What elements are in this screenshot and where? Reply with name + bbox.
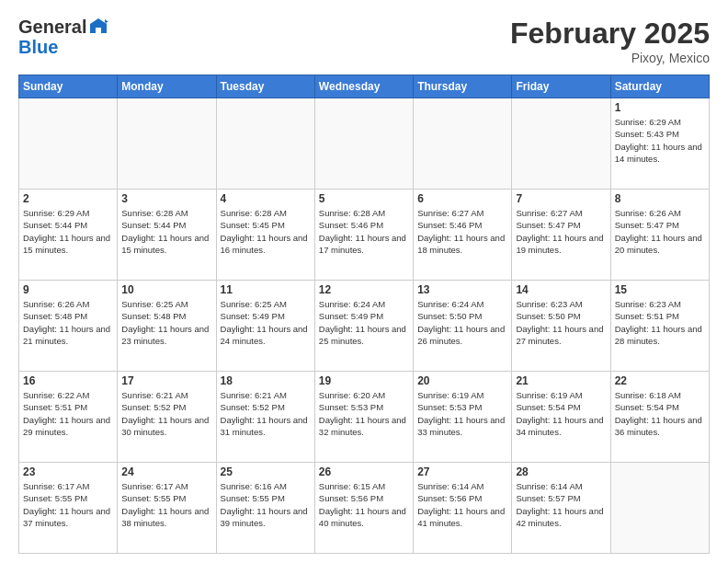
day-number: 2 [23,192,113,205]
day-info: Sunrise: 6:26 AM Sunset: 5:47 PM Dayligh… [615,207,705,256]
day-number: 8 [615,192,705,205]
table-row: 1Sunrise: 6:29 AM Sunset: 5:43 PM Daylig… [610,98,709,190]
table-row: 3Sunrise: 6:28 AM Sunset: 5:44 PM Daylig… [118,190,216,281]
col-sunday: Sunday [19,75,118,98]
table-row [512,98,610,190]
table-row: 13Sunrise: 6:24 AM Sunset: 5:50 PM Dayli… [414,281,512,372]
table-row: 23Sunrise: 6:17 AM Sunset: 5:55 PM Dayli… [19,463,118,554]
table-row [610,463,709,554]
table-row: 10Sunrise: 6:25 AM Sunset: 5:48 PM Dayli… [118,281,216,372]
day-info: Sunrise: 6:19 AM Sunset: 5:54 PM Dayligh… [516,389,606,438]
day-info: Sunrise: 6:29 AM Sunset: 5:44 PM Dayligh… [23,207,113,256]
table-row [314,98,413,190]
table-row [118,98,216,190]
day-info: Sunrise: 6:17 AM Sunset: 5:55 PM Dayligh… [23,480,113,529]
day-info: Sunrise: 6:22 AM Sunset: 5:51 PM Dayligh… [23,389,113,438]
title-block: February 2025 Pixoy, Mexico [510,17,710,65]
day-number: 20 [417,374,507,387]
col-saturday: Saturday [610,75,709,98]
day-number: 15 [615,283,705,296]
day-info: Sunrise: 6:28 AM Sunset: 5:46 PM Dayligh… [319,207,409,256]
table-row: 11Sunrise: 6:25 AM Sunset: 5:49 PM Dayli… [216,281,314,372]
table-row: 27Sunrise: 6:14 AM Sunset: 5:56 PM Dayli… [414,463,512,554]
day-number: 7 [516,192,606,205]
page: General Blue February 2025 Pixoy, Mexico… [0,0,728,563]
day-info: Sunrise: 6:15 AM Sunset: 5:56 PM Dayligh… [319,480,409,529]
day-info: Sunrise: 6:25 AM Sunset: 5:49 PM Dayligh… [221,298,311,347]
logo: General Blue [18,17,108,57]
calendar-week-row: 1Sunrise: 6:29 AM Sunset: 5:43 PM Daylig… [19,98,710,190]
table-row: 26Sunrise: 6:15 AM Sunset: 5:56 PM Dayli… [314,463,413,554]
day-number: 13 [417,283,507,296]
day-info: Sunrise: 6:23 AM Sunset: 5:51 PM Dayligh… [615,298,705,347]
day-info: Sunrise: 6:25 AM Sunset: 5:48 PM Dayligh… [121,298,211,347]
table-row: 5Sunrise: 6:28 AM Sunset: 5:46 PM Daylig… [314,190,413,281]
day-number: 5 [319,192,409,205]
day-number: 6 [417,192,507,205]
day-info: Sunrise: 6:23 AM Sunset: 5:50 PM Dayligh… [516,298,606,347]
day-number: 16 [23,374,113,387]
table-row: 22Sunrise: 6:18 AM Sunset: 5:54 PM Dayli… [610,372,709,463]
header: General Blue February 2025 Pixoy, Mexico [18,17,710,65]
day-number: 25 [221,465,311,478]
col-friday: Friday [512,75,610,98]
table-row: 9Sunrise: 6:26 AM Sunset: 5:48 PM Daylig… [19,281,118,372]
table-row: 18Sunrise: 6:21 AM Sunset: 5:52 PM Dayli… [216,372,314,463]
day-number: 26 [319,465,409,478]
day-number: 4 [221,192,311,205]
day-info: Sunrise: 6:28 AM Sunset: 5:44 PM Dayligh… [121,207,211,256]
col-wednesday: Wednesday [314,75,413,98]
table-row: 21Sunrise: 6:19 AM Sunset: 5:54 PM Dayli… [512,372,610,463]
day-number: 17 [121,374,211,387]
col-tuesday: Tuesday [216,75,314,98]
table-row: 16Sunrise: 6:22 AM Sunset: 5:51 PM Dayli… [19,372,118,463]
table-row: 25Sunrise: 6:16 AM Sunset: 5:55 PM Dayli… [216,463,314,554]
day-info: Sunrise: 6:14 AM Sunset: 5:57 PM Dayligh… [516,480,606,529]
table-row: 2Sunrise: 6:29 AM Sunset: 5:44 PM Daylig… [19,190,118,281]
day-info: Sunrise: 6:14 AM Sunset: 5:56 PM Dayligh… [417,480,507,529]
table-row: 8Sunrise: 6:26 AM Sunset: 5:47 PM Daylig… [610,190,709,281]
calendar-week-row: 16Sunrise: 6:22 AM Sunset: 5:51 PM Dayli… [19,372,710,463]
table-row: 14Sunrise: 6:23 AM Sunset: 5:50 PM Dayli… [512,281,610,372]
day-info: Sunrise: 6:24 AM Sunset: 5:50 PM Dayligh… [417,298,507,347]
day-info: Sunrise: 6:24 AM Sunset: 5:49 PM Dayligh… [319,298,409,347]
table-row: 6Sunrise: 6:27 AM Sunset: 5:46 PM Daylig… [414,190,512,281]
day-number: 9 [23,283,113,296]
calendar-table: Sunday Monday Tuesday Wednesday Thursday… [18,75,710,554]
day-info: Sunrise: 6:17 AM Sunset: 5:55 PM Dayligh… [121,480,211,529]
day-number: 3 [121,192,211,205]
day-number: 28 [516,465,606,478]
table-row: 4Sunrise: 6:28 AM Sunset: 5:45 PM Daylig… [216,190,314,281]
col-monday: Monday [118,75,216,98]
col-thursday: Thursday [414,75,512,98]
table-row: 12Sunrise: 6:24 AM Sunset: 5:49 PM Dayli… [314,281,413,372]
day-info: Sunrise: 6:20 AM Sunset: 5:53 PM Dayligh… [319,389,409,438]
calendar-week-row: 23Sunrise: 6:17 AM Sunset: 5:55 PM Dayli… [19,463,710,554]
day-number: 22 [615,374,705,387]
table-row [19,98,118,190]
table-row: 17Sunrise: 6:21 AM Sunset: 5:52 PM Dayli… [118,372,216,463]
logo-general-text: General [18,17,86,37]
day-number: 14 [516,283,606,296]
day-number: 24 [121,465,211,478]
day-number: 18 [221,374,311,387]
table-row [414,98,512,190]
day-number: 23 [23,465,113,478]
day-info: Sunrise: 6:28 AM Sunset: 5:45 PM Dayligh… [221,207,311,256]
day-number: 10 [121,283,211,296]
day-info: Sunrise: 6:29 AM Sunset: 5:43 PM Dayligh… [615,116,705,165]
day-info: Sunrise: 6:26 AM Sunset: 5:48 PM Dayligh… [23,298,113,347]
calendar-header-row: Sunday Monday Tuesday Wednesday Thursday… [19,75,710,98]
table-row: 28Sunrise: 6:14 AM Sunset: 5:57 PM Dayli… [512,463,610,554]
table-row: 19Sunrise: 6:20 AM Sunset: 5:53 PM Dayli… [314,372,413,463]
day-info: Sunrise: 6:21 AM Sunset: 5:52 PM Dayligh… [121,389,211,438]
day-number: 21 [516,374,606,387]
day-info: Sunrise: 6:27 AM Sunset: 5:46 PM Dayligh… [417,207,507,256]
day-number: 1 [615,101,705,114]
table-row: 7Sunrise: 6:27 AM Sunset: 5:47 PM Daylig… [512,190,610,281]
table-row: 20Sunrise: 6:19 AM Sunset: 5:53 PM Dayli… [414,372,512,463]
calendar-week-row: 2Sunrise: 6:29 AM Sunset: 5:44 PM Daylig… [19,190,710,281]
table-row: 24Sunrise: 6:17 AM Sunset: 5:55 PM Dayli… [118,463,216,554]
table-row: 15Sunrise: 6:23 AM Sunset: 5:51 PM Dayli… [610,281,709,372]
month-title: February 2025 [510,17,710,51]
